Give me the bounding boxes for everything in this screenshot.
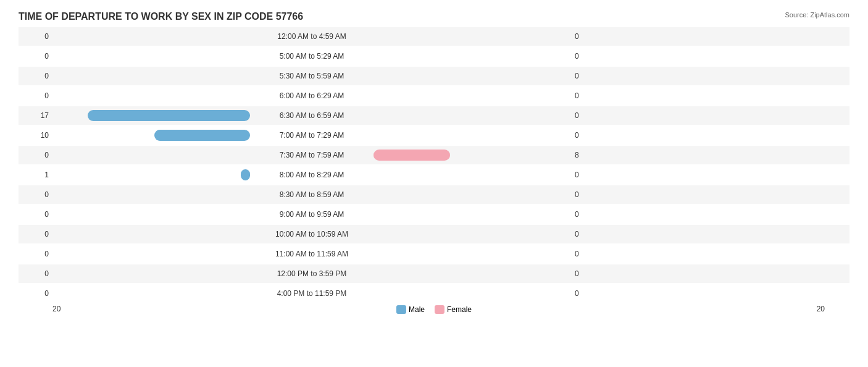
female-bar-container <box>373 288 571 299</box>
legend-male: Male <box>396 305 425 314</box>
table-row: 04:00 PM to 11:59 PM0 <box>19 284 849 303</box>
female-bar-container <box>373 150 571 161</box>
male-bar-container <box>52 150 250 161</box>
table-row: 176:30 AM to 6:59 AM0 <box>19 106 849 125</box>
female-value: 0 <box>571 289 596 298</box>
table-row: 05:00 AM to 5:29 AM0 <box>19 47 849 65</box>
male-value: 0 <box>19 91 52 100</box>
male-value: 0 <box>19 289 52 298</box>
female-bar-container <box>373 70 571 82</box>
male-value: 0 <box>19 190 52 199</box>
male-value: 10 <box>19 131 52 140</box>
male-bar <box>88 110 251 121</box>
legend-female-color <box>435 305 444 314</box>
time-label: 6:00 AM to 6:29 AM <box>250 91 373 100</box>
table-row: 07:30 AM to 7:59 AM8 <box>19 146 849 164</box>
male-value: 0 <box>19 72 52 80</box>
time-label: 7:00 AM to 7:29 AM <box>250 131 373 140</box>
chart-source: Source: ZipAtlas.com <box>785 11 849 19</box>
female-bar-container <box>373 229 571 240</box>
female-bar-container <box>373 189 571 200</box>
male-bar-container <box>52 169 250 180</box>
chart-title: TIME OF DEPARTURE TO WORK BY SEX IN ZIP … <box>19 11 849 22</box>
male-bar-container <box>52 31 250 42</box>
male-bar-container <box>52 288 250 299</box>
male-value: 0 <box>19 151 52 159</box>
male-value: 17 <box>19 111 52 120</box>
table-row: 107:00 AM to 7:29 AM0 <box>19 126 849 145</box>
table-row: 08:30 AM to 8:59 AM0 <box>19 185 849 204</box>
female-value: 0 <box>571 72 596 80</box>
male-bar-container <box>52 268 250 279</box>
time-label: 12:00 AM to 4:59 AM <box>250 32 373 41</box>
female-value: 8 <box>571 151 596 159</box>
male-bar-container <box>52 110 250 121</box>
time-label: 12:00 PM to 3:59 PM <box>250 269 373 278</box>
male-bar-container <box>52 229 250 240</box>
male-value: 0 <box>19 269 52 278</box>
rows-container: 012:00 AM to 4:59 AM005:00 AM to 5:29 AM… <box>19 27 849 290</box>
time-label: 8:30 AM to 8:59 AM <box>250 190 373 199</box>
male-bar-container <box>52 248 250 259</box>
chart-container: TIME OF DEPARTURE TO WORK BY SEX IN ZIP … <box>0 0 868 367</box>
female-bar-container <box>373 248 571 259</box>
female-value: 0 <box>571 52 596 61</box>
table-row: 09:00 AM to 9:59 AM0 <box>19 205 849 224</box>
female-bar-container <box>373 169 571 180</box>
female-value: 0 <box>571 131 596 140</box>
legend: Male Female <box>396 305 472 314</box>
male-bar-container <box>52 90 250 101</box>
female-value: 0 <box>571 32 596 41</box>
male-value: 0 <box>19 32 52 41</box>
male-bar <box>241 169 251 180</box>
axis-labels: 20 20 Male Female <box>19 303 849 315</box>
male-bar-container <box>52 189 250 200</box>
chart-area: 012:00 AM to 4:59 AM005:00 AM to 5:29 AM… <box>19 27 849 315</box>
female-bar-container <box>373 51 571 62</box>
legend-male-label: Male <box>409 305 425 314</box>
table-row: 06:00 AM to 6:29 AM0 <box>19 86 849 105</box>
female-bar-container <box>373 209 571 220</box>
time-label: 7:30 AM to 7:59 AM <box>250 151 373 159</box>
table-row: 18:00 AM to 8:29 AM0 <box>19 166 849 184</box>
male-bar <box>154 130 250 141</box>
time-label: 5:30 AM to 5:59 AM <box>250 72 373 80</box>
female-value: 0 <box>571 250 596 258</box>
legend-female-label: Female <box>447 305 472 314</box>
female-value: 0 <box>571 269 596 278</box>
female-value: 0 <box>571 210 596 219</box>
time-label: 6:30 AM to 6:59 AM <box>250 111 373 120</box>
table-row: 05:30 AM to 5:59 AM0 <box>19 67 849 85</box>
male-bar-container <box>52 70 250 82</box>
legend-female: Female <box>435 305 472 314</box>
female-bar-container <box>373 90 571 101</box>
male-value: 0 <box>19 250 52 258</box>
female-value: 0 <box>571 190 596 199</box>
time-label: 10:00 AM to 10:59 AM <box>250 230 373 238</box>
female-bar-container <box>373 130 571 141</box>
time-label: 11:00 AM to 11:59 AM <box>250 250 373 258</box>
time-label: 8:00 AM to 8:29 AM <box>250 171 373 179</box>
time-label: 5:00 AM to 5:29 AM <box>250 52 373 61</box>
female-bar-container <box>373 268 571 279</box>
female-value: 0 <box>571 171 596 179</box>
male-bar-container <box>52 51 250 62</box>
male-bar-container <box>52 130 250 141</box>
time-label: 9:00 AM to 9:59 AM <box>250 210 373 219</box>
axis-right-label: 20 <box>817 305 825 313</box>
female-value: 0 <box>571 91 596 100</box>
axis-left-label: 20 <box>52 305 61 313</box>
male-value: 0 <box>19 210 52 219</box>
table-row: 010:00 AM to 10:59 AM0 <box>19 225 849 243</box>
female-bar-container <box>373 110 571 121</box>
table-row: 011:00 AM to 11:59 AM0 <box>19 245 849 263</box>
male-value: 0 <box>19 230 52 238</box>
table-row: 012:00 PM to 3:59 PM0 <box>19 264 849 283</box>
female-value: 0 <box>571 111 596 120</box>
male-value: 0 <box>19 52 52 61</box>
table-row: 012:00 AM to 4:59 AM0 <box>19 27 849 46</box>
male-value: 1 <box>19 171 52 179</box>
female-value: 0 <box>571 230 596 238</box>
time-label: 4:00 PM to 11:59 PM <box>250 289 373 298</box>
female-bar-container <box>373 31 571 42</box>
